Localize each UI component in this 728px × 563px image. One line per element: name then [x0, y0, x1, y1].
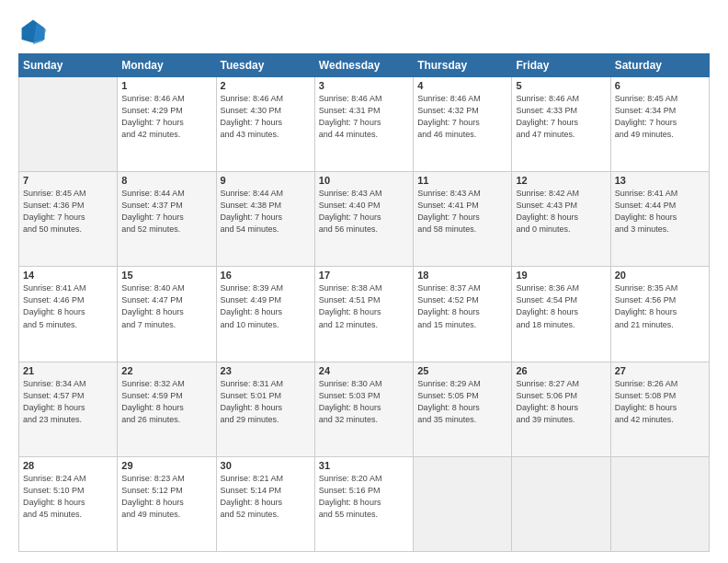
calendar-cell: 2Sunrise: 8:46 AMSunset: 4:30 PMDaylight… [216, 77, 314, 172]
calendar-cell: 11Sunrise: 8:43 AMSunset: 4:41 PMDayligh… [414, 172, 512, 267]
calendar-cell: 13Sunrise: 8:41 AMSunset: 4:44 PMDayligh… [610, 172, 709, 267]
calendar-cell: 16Sunrise: 8:39 AMSunset: 4:49 PMDayligh… [216, 267, 314, 362]
calendar-week-row: 1Sunrise: 8:46 AMSunset: 4:29 PMDaylight… [19, 77, 710, 172]
day-info: Sunrise: 8:43 AMSunset: 4:40 PMDaylight:… [319, 188, 409, 236]
day-number: 22 [121, 365, 211, 376]
day-number: 2 [221, 80, 311, 91]
day-info: Sunrise: 8:34 AMSunset: 4:57 PMDaylight:… [23, 378, 113, 426]
calendar-table: SundayMondayTuesdayWednesdayThursdayFrid… [18, 53, 710, 552]
day-info: Sunrise: 8:32 AMSunset: 4:59 PMDaylight:… [121, 378, 211, 426]
day-info: Sunrise: 8:26 AMSunset: 5:08 PMDaylight:… [615, 378, 705, 426]
day-info: Sunrise: 8:37 AMSunset: 4:52 PMDaylight:… [417, 282, 507, 330]
day-info: Sunrise: 8:41 AMSunset: 4:44 PMDaylight:… [615, 188, 705, 236]
calendar-cell [512, 456, 610, 551]
day-number: 28 [23, 460, 113, 471]
calendar-cell: 15Sunrise: 8:40 AMSunset: 4:47 PMDayligh… [118, 267, 216, 362]
day-info: Sunrise: 8:44 AMSunset: 4:37 PMDaylight:… [121, 188, 211, 236]
day-info: Sunrise: 8:46 AMSunset: 4:33 PMDaylight:… [516, 93, 606, 141]
day-number: 9 [221, 175, 311, 186]
calendar-cell: 5Sunrise: 8:46 AMSunset: 4:33 PMDaylight… [512, 77, 610, 172]
calendar-cell: 23Sunrise: 8:31 AMSunset: 5:01 PMDayligh… [216, 362, 314, 456]
day-info: Sunrise: 8:44 AMSunset: 4:38 PMDaylight:… [221, 188, 311, 236]
calendar-cell: 22Sunrise: 8:32 AMSunset: 4:59 PMDayligh… [118, 362, 216, 456]
calendar-cell: 4Sunrise: 8:46 AMSunset: 4:32 PMDaylight… [414, 77, 512, 172]
day-number: 25 [417, 365, 507, 376]
calendar-cell: 17Sunrise: 8:38 AMSunset: 4:51 PMDayligh… [314, 267, 413, 362]
day-number: 21 [23, 365, 113, 376]
calendar-cell: 31Sunrise: 8:20 AMSunset: 5:16 PMDayligh… [314, 456, 413, 551]
day-number: 11 [417, 175, 507, 186]
calendar-cell: 28Sunrise: 8:24 AMSunset: 5:10 PMDayligh… [19, 456, 118, 551]
day-number: 27 [615, 365, 705, 376]
day-number: 23 [221, 365, 311, 376]
day-number: 17 [319, 270, 409, 281]
day-number: 31 [319, 460, 409, 471]
calendar-week-row: 21Sunrise: 8:34 AMSunset: 4:57 PMDayligh… [19, 362, 710, 456]
day-info: Sunrise: 8:45 AMSunset: 4:36 PMDaylight:… [23, 188, 113, 236]
day-number: 20 [615, 270, 705, 281]
column-header-wednesday: Wednesday [314, 54, 413, 77]
calendar-cell: 8Sunrise: 8:44 AMSunset: 4:37 PMDaylight… [118, 172, 216, 267]
day-info: Sunrise: 8:23 AMSunset: 5:12 PMDaylight:… [121, 473, 211, 521]
day-info: Sunrise: 8:36 AMSunset: 4:54 PMDaylight:… [516, 282, 606, 330]
calendar-cell: 6Sunrise: 8:45 AMSunset: 4:34 PMDaylight… [610, 77, 709, 172]
day-number: 1 [121, 80, 211, 91]
calendar-cell: 24Sunrise: 8:30 AMSunset: 5:03 PMDayligh… [314, 362, 413, 456]
day-number: 16 [221, 270, 311, 281]
column-header-monday: Monday [118, 54, 216, 77]
day-number: 5 [516, 80, 606, 91]
column-header-sunday: Sunday [19, 54, 118, 77]
calendar-cell: 21Sunrise: 8:34 AMSunset: 4:57 PMDayligh… [19, 362, 118, 456]
day-info: Sunrise: 8:30 AMSunset: 5:03 PMDaylight:… [319, 378, 409, 426]
logo [18, 17, 51, 46]
page: SundayMondayTuesdayWednesdayThursdayFrid… [0, 0, 728, 563]
day-number: 6 [615, 80, 705, 91]
calendar-cell: 7Sunrise: 8:45 AMSunset: 4:36 PMDaylight… [19, 172, 118, 267]
day-number: 4 [417, 80, 507, 91]
header [18, 17, 710, 46]
calendar-cell: 20Sunrise: 8:35 AMSunset: 4:56 PMDayligh… [610, 267, 709, 362]
day-number: 10 [319, 175, 409, 186]
calendar-cell: 19Sunrise: 8:36 AMSunset: 4:54 PMDayligh… [512, 267, 610, 362]
day-info: Sunrise: 8:46 AMSunset: 4:31 PMDaylight:… [319, 93, 409, 141]
day-number: 18 [417, 270, 507, 281]
calendar-cell: 9Sunrise: 8:44 AMSunset: 4:38 PMDaylight… [216, 172, 314, 267]
calendar-cell [19, 77, 118, 172]
day-number: 3 [319, 80, 409, 91]
calendar-cell [414, 456, 512, 551]
day-info: Sunrise: 8:31 AMSunset: 5:01 PMDaylight:… [221, 378, 311, 426]
calendar-cell: 30Sunrise: 8:21 AMSunset: 5:14 PMDayligh… [216, 456, 314, 551]
day-info: Sunrise: 8:27 AMSunset: 5:06 PMDaylight:… [516, 378, 606, 426]
day-number: 19 [516, 270, 606, 281]
calendar-cell: 1Sunrise: 8:46 AMSunset: 4:29 PMDaylight… [118, 77, 216, 172]
calendar-cell: 14Sunrise: 8:41 AMSunset: 4:46 PMDayligh… [19, 267, 118, 362]
calendar-week-row: 28Sunrise: 8:24 AMSunset: 5:10 PMDayligh… [19, 456, 710, 551]
day-number: 24 [319, 365, 409, 376]
day-info: Sunrise: 8:39 AMSunset: 4:49 PMDaylight:… [221, 282, 311, 330]
day-number: 30 [221, 460, 311, 471]
day-info: Sunrise: 8:42 AMSunset: 4:43 PMDaylight:… [516, 188, 606, 236]
day-info: Sunrise: 8:40 AMSunset: 4:47 PMDaylight:… [121, 282, 211, 330]
day-number: 29 [121, 460, 211, 471]
day-number: 12 [516, 175, 606, 186]
day-number: 8 [121, 175, 211, 186]
column-header-saturday: Saturday [610, 54, 709, 77]
calendar-cell: 3Sunrise: 8:46 AMSunset: 4:31 PMDaylight… [314, 77, 413, 172]
column-header-tuesday: Tuesday [216, 54, 314, 77]
calendar-header-row: SundayMondayTuesdayWednesdayThursdayFrid… [19, 54, 710, 77]
day-info: Sunrise: 8:24 AMSunset: 5:10 PMDaylight:… [23, 473, 113, 521]
day-number: 7 [23, 175, 113, 186]
calendar-week-row: 7Sunrise: 8:45 AMSunset: 4:36 PMDaylight… [19, 172, 710, 267]
day-info: Sunrise: 8:45 AMSunset: 4:34 PMDaylight:… [615, 93, 705, 141]
day-number: 13 [615, 175, 705, 186]
calendar-cell: 25Sunrise: 8:29 AMSunset: 5:05 PMDayligh… [414, 362, 512, 456]
day-info: Sunrise: 8:35 AMSunset: 4:56 PMDaylight:… [615, 282, 705, 330]
column-header-thursday: Thursday [414, 54, 512, 77]
day-info: Sunrise: 8:29 AMSunset: 5:05 PMDaylight:… [417, 378, 507, 426]
day-info: Sunrise: 8:21 AMSunset: 5:14 PMDaylight:… [221, 473, 311, 521]
day-number: 14 [23, 270, 113, 281]
calendar-cell: 29Sunrise: 8:23 AMSunset: 5:12 PMDayligh… [118, 456, 216, 551]
calendar-cell: 27Sunrise: 8:26 AMSunset: 5:08 PMDayligh… [610, 362, 709, 456]
day-info: Sunrise: 8:43 AMSunset: 4:41 PMDaylight:… [417, 188, 507, 236]
day-info: Sunrise: 8:20 AMSunset: 5:16 PMDaylight:… [319, 473, 409, 521]
